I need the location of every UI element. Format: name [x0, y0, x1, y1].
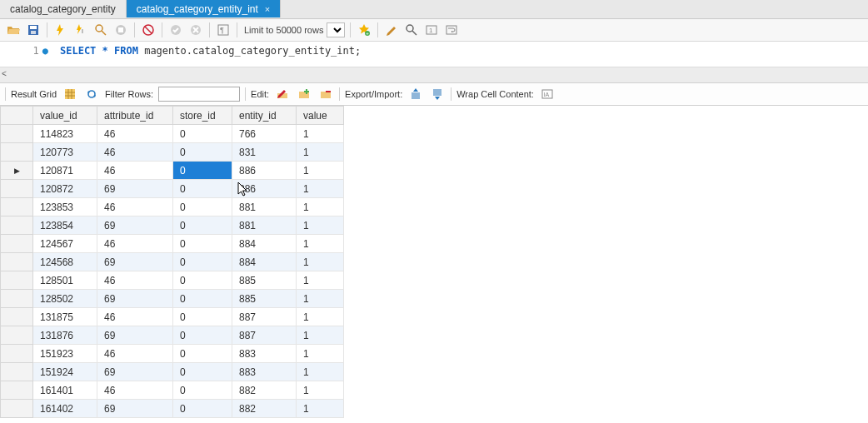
row-header[interactable] — [1, 271, 33, 290]
beautify-button[interactable] — [383, 22, 400, 38]
cell-attribute-id[interactable]: 46 — [97, 308, 173, 326]
cell-attribute-id[interactable]: 69 — [97, 400, 173, 418]
table-row[interactable]: 1238546908811 — [1, 216, 344, 235]
cell-attribute-id[interactable]: 46 — [97, 143, 173, 162]
cell-entity-id[interactable]: 831 — [232, 143, 297, 162]
column-header-attribute-id[interactable]: attribute_id — [97, 107, 173, 125]
cell-value[interactable]: 1 — [297, 271, 344, 290]
row-header[interactable] — [1, 253, 33, 271]
cell-store-id[interactable]: 0 — [173, 345, 232, 363]
row-header[interactable] — [1, 345, 33, 363]
table-row[interactable]: 1208726908861 — [1, 180, 344, 198]
cell-value[interactable]: 1 — [297, 198, 344, 216]
table-row[interactable]: 1245674608841 — [1, 235, 344, 253]
column-header-entity-id[interactable]: entity_id — [232, 107, 297, 125]
cell-value[interactable]: 1 — [297, 125, 344, 143]
cell-value-id[interactable]: 161402 — [33, 400, 97, 418]
add-row-button[interactable] — [296, 86, 312, 102]
table-row[interactable]: ▶1208714608861 — [1, 162, 344, 180]
cell-attribute-id[interactable]: 46 — [97, 235, 173, 253]
tab-catalog-category-entity[interactable]: catalog_category_entity — [0, 0, 127, 17]
toggle-invisible-button[interactable]: 1 — [423, 22, 440, 38]
cell-entity-id[interactable]: 882 — [232, 381, 297, 400]
cell-store-id[interactable]: 0 — [173, 290, 232, 308]
cell-store-id[interactable]: 0 — [173, 180, 232, 198]
cell-entity-id[interactable]: 882 — [232, 400, 297, 418]
cell-store-id[interactable]: 0 — [173, 235, 232, 253]
filter-rows-input[interactable] — [158, 87, 240, 102]
cell-store-id[interactable]: 0 — [173, 162, 232, 180]
cell-value-id[interactable]: 124567 — [33, 235, 97, 253]
cell-value-id[interactable]: 128502 — [33, 290, 97, 308]
cell-entity-id[interactable]: 883 — [232, 363, 297, 381]
cell-value-id[interactable]: 123853 — [33, 198, 97, 216]
cell-entity-id[interactable]: 885 — [232, 271, 297, 290]
result-grid-view-button[interactable] — [62, 86, 78, 102]
table-row[interactable]: 1519246908831 — [1, 363, 344, 381]
table-row[interactable]: 1285014608851 — [1, 271, 344, 290]
scroll-left-icon[interactable]: < — [2, 69, 7, 78]
table-row[interactable]: 1519234608831 — [1, 345, 344, 363]
cell-store-id[interactable]: 0 — [173, 363, 232, 381]
cell-entity-id[interactable]: 766 — [232, 125, 297, 143]
cell-entity-id[interactable]: 886 — [232, 162, 297, 180]
tab-catalog-category-entity-int[interactable]: catalog_category_entity_int × — [127, 0, 282, 17]
cell-store-id[interactable]: 0 — [173, 125, 232, 143]
cell-store-id[interactable]: 0 — [173, 198, 232, 216]
sql-editor[interactable]: 1● SELECT * FROM magento.catalog_categor… — [0, 42, 868, 67]
cell-entity-id[interactable]: 886 — [232, 180, 297, 198]
cell-attribute-id[interactable]: 69 — [97, 290, 173, 308]
cell-value[interactable]: 1 — [297, 345, 344, 363]
cell-entity-id[interactable]: 881 — [232, 198, 297, 216]
cell-value-id[interactable]: 151924 — [33, 363, 97, 381]
editor-code[interactable]: SELECT * FROM magento.catalog_category_e… — [53, 42, 361, 67]
cell-attribute-id[interactable]: 69 — [97, 253, 173, 271]
wrap-button[interactable] — [443, 22, 460, 38]
cell-value-id[interactable]: 161401 — [33, 381, 97, 400]
row-header[interactable] — [1, 400, 33, 418]
toggle-autocommit-button[interactable] — [140, 22, 157, 38]
close-icon[interactable]: × — [265, 4, 270, 14]
table-row[interactable]: 1285026908851 — [1, 290, 344, 308]
table-row[interactable]: 1245686908841 — [1, 253, 344, 271]
table-row[interactable]: 1148234607661 — [1, 125, 344, 143]
cell-store-id[interactable]: 0 — [173, 308, 232, 326]
cell-value-id[interactable]: 131876 — [33, 326, 97, 345]
toggle-whitespace-button[interactable]: ¶ — [215, 22, 232, 38]
cell-entity-id[interactable]: 881 — [232, 216, 297, 235]
column-header-value[interactable]: value — [297, 107, 344, 125]
cell-value-id[interactable]: 114823 — [33, 125, 97, 143]
cell-attribute-id[interactable]: 69 — [97, 363, 173, 381]
cell-store-id[interactable]: 0 — [173, 253, 232, 271]
row-header[interactable] — [1, 198, 33, 216]
cell-value[interactable]: 1 — [297, 290, 344, 308]
import-button[interactable] — [429, 86, 446, 102]
cell-value-id[interactable]: 124568 — [33, 253, 97, 271]
cell-attribute-id[interactable]: 46 — [97, 271, 173, 290]
editor-horizontal-scrollbar[interactable]: < — [0, 67, 868, 82]
cell-value[interactable]: 1 — [297, 400, 344, 418]
cell-entity-id[interactable]: 884 — [232, 235, 297, 253]
cell-entity-id[interactable]: 887 — [232, 326, 297, 345]
cell-value[interactable]: 1 — [297, 216, 344, 235]
table-row[interactable]: 1614014608821 — [1, 381, 344, 400]
refresh-button[interactable] — [83, 86, 100, 102]
cell-value-id[interactable]: 123854 — [33, 216, 97, 235]
row-header[interactable] — [1, 381, 33, 400]
cell-value[interactable]: 1 — [297, 253, 344, 271]
cell-attribute-id[interactable]: 69 — [97, 326, 173, 345]
cell-value-id[interactable]: 120773 — [33, 143, 97, 162]
row-header[interactable] — [1, 308, 33, 326]
favorite-button[interactable]: + — [356, 22, 372, 38]
table-row[interactable]: 1238534608811 — [1, 198, 344, 216]
cell-value[interactable]: 1 — [297, 235, 344, 253]
row-header[interactable] — [1, 180, 33, 198]
row-header[interactable]: ▶ — [1, 162, 33, 180]
cell-store-id[interactable]: 0 — [173, 381, 232, 400]
open-file-button[interactable] — [5, 22, 22, 38]
row-header[interactable] — [1, 143, 33, 162]
row-header[interactable] — [1, 326, 33, 345]
cell-store-id[interactable]: 0 — [173, 143, 232, 162]
cell-value[interactable]: 1 — [297, 143, 344, 162]
table-row[interactable]: 1318754608871 — [1, 308, 344, 326]
